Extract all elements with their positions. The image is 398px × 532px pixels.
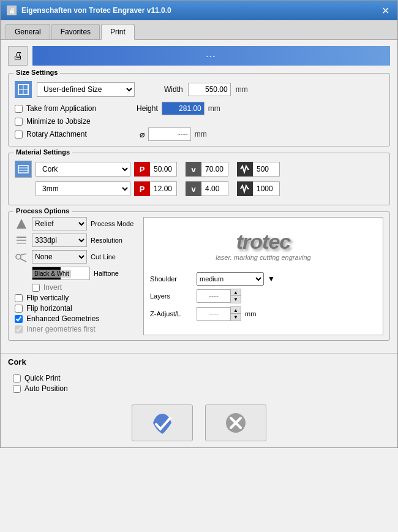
mode-icon	[15, 217, 28, 230]
diameter-unit: mm	[195, 130, 210, 139]
rotary-attachment-row: Rotary Attachment ⌀ mm	[15, 127, 383, 141]
bottom-options: Quick Print Auto Position	[1, 370, 397, 398]
inner-geom-checkbox[interactable]	[15, 325, 23, 333]
rotary-attachment-checkbox[interactable]	[15, 131, 23, 139]
svg-line-11	[20, 259, 26, 262]
height-unit: mm	[208, 104, 223, 113]
cut-line-dropdown[interactable]: None	[32, 250, 87, 264]
halftone-value: Black & Whit	[32, 270, 71, 278]
auto-position-checkbox[interactable]	[13, 385, 21, 393]
cut-line-label: Cut Line	[91, 253, 116, 260]
tab-favorites[interactable]: Favorites	[51, 24, 100, 39]
power-value-2: 12.00	[150, 181, 177, 196]
cut-line-row: None Cut Line	[15, 250, 137, 264]
window-title: Eigenschaften von Trotec Engraver v11.0.…	[21, 6, 171, 15]
flip-h-row: Flip horizontal	[15, 304, 137, 313]
width-unit: mm	[236, 85, 251, 94]
tab-bar: General Favorites Print	[1, 20, 397, 40]
trotec-preview: trotec laser. marking cutting engraving	[216, 224, 311, 267]
diameter-input[interactable]	[148, 127, 191, 141]
zadjust-spinner: ▲ ▼	[197, 306, 241, 321]
resolution-dropdown[interactable]: 333dpi	[32, 234, 87, 247]
close-button[interactable]: ✕	[379, 4, 391, 17]
zadjust-row: Z-Adjust/L ▲ ▼ mm	[150, 306, 377, 321]
process-left: Relief Process Mode	[15, 217, 137, 335]
power-icon-2: P	[134, 181, 150, 196]
size-preset-row: User-defined Size Width mm	[15, 81, 383, 98]
take-from-application-checkbox[interactable]	[15, 105, 23, 113]
layers-down-btn[interactable]: ▼	[231, 296, 241, 303]
resolution-label: Resolution	[91, 237, 122, 244]
shoulder-dropdown[interactable]: medium	[197, 272, 264, 286]
size-preset-dropdown[interactable]: User-defined Size	[37, 82, 135, 97]
app-icon: 🖨	[7, 6, 17, 15]
ok-button[interactable]	[132, 405, 193, 441]
minimize-jobsize-checkbox[interactable]	[15, 118, 23, 126]
quick-print-row: Quick Print	[13, 374, 385, 382]
title-bar: 🖨 Eigenschaften von Trotec Engraver v11.…	[1, 1, 397, 20]
resolution-row: 333dpi Resolution	[15, 234, 137, 247]
svg-line-12	[21, 254, 26, 255]
preview-bar: 🖨 ---	[8, 46, 390, 66]
thickness-dropdown[interactable]: 3mm	[36, 181, 130, 196]
tab-print[interactable]: Print	[101, 24, 135, 40]
process-section-inner: Relief Process Mode	[15, 217, 383, 335]
quick-print-checkbox[interactable]	[13, 374, 21, 382]
freq-value-2: 1000	[253, 181, 280, 196]
process-right: trotec laser. marking cutting engraving …	[143, 217, 383, 335]
take-from-application-label: Take from Application	[26, 104, 96, 113]
halftone-label: Halftone	[94, 270, 119, 277]
bottom-buttons	[1, 398, 397, 447]
cut-line-icon	[15, 250, 28, 264]
mode-label: Process Mode	[91, 220, 133, 227]
shoulder-chevron: ▼	[268, 275, 275, 283]
freq-param-1: 500	[237, 162, 280, 177]
flip-h-checkbox[interactable]	[15, 305, 23, 313]
svg-marker-6	[17, 219, 26, 229]
freq-icon-1	[237, 162, 253, 177]
mode-dropdown[interactable]: Relief	[32, 217, 87, 230]
enhanced-row: Enhanced Geometries	[15, 314, 137, 323]
bottom-material-label: Cork	[1, 353, 397, 370]
size-settings-title: Size Settings	[13, 69, 60, 76]
material-dropdown[interactable]: Cork	[36, 162, 130, 177]
velocity-icon-2: v	[186, 181, 201, 196]
zadjust-down-btn[interactable]: ▼	[231, 314, 241, 321]
layers-spinner-btns: ▲ ▼	[230, 289, 241, 303]
flip-h-label: Flip horizontal	[26, 304, 72, 313]
content-area: 🖨 --- Size Settings Use	[1, 40, 397, 353]
material-row1: Cork P 50.00 v 70.00	[15, 161, 383, 178]
flip-v-checkbox[interactable]	[15, 294, 23, 302]
size-settings-content: User-defined Size Width mm Take from App…	[15, 81, 383, 141]
layers-up-btn[interactable]: ▲	[231, 289, 241, 296]
height-input[interactable]	[162, 102, 205, 115]
freq-value-1: 500	[253, 162, 280, 177]
height-label: Height	[137, 104, 158, 113]
enhanced-checkbox[interactable]	[15, 315, 23, 323]
halftone-dropdown[interactable]: Black & Whit	[32, 267, 90, 280]
title-bar-left: 🖨 Eigenschaften von Trotec Engraver v11.…	[7, 6, 171, 15]
trotec-logo-sub: laser. marking cutting engraving	[216, 254, 311, 261]
minimize-jobsize-label: Minimize to Jobsize	[26, 117, 91, 126]
material-settings-title: Material Settings	[13, 148, 72, 156]
invert-checkbox[interactable]	[32, 284, 40, 292]
size-settings-section: Size Settings User-defined Size Width	[8, 73, 390, 146]
process-options-title: Process Options	[13, 207, 72, 215]
width-input[interactable]	[188, 83, 231, 96]
velocity-param-2: v 4.00	[186, 181, 228, 196]
tab-general[interactable]: General	[6, 24, 50, 39]
take-from-application-row: Take from Application Height mm	[15, 102, 383, 115]
cancel-button[interactable]	[205, 405, 266, 441]
material-row2: 3mm P 12.00 v 4.00	[15, 181, 383, 196]
zadjust-up-btn[interactable]: ▲	[231, 307, 241, 314]
layers-input[interactable]	[197, 289, 230, 303]
inner-geom-row: Inner geometries first	[15, 325, 137, 333]
zadjust-input[interactable]	[197, 307, 230, 321]
inner-geom-label: Inner geometries first	[26, 325, 96, 333]
velocity-value-1: 70.00	[201, 162, 228, 177]
material-settings-content: Cork P 50.00 v 70.00	[15, 161, 383, 196]
shoulder-label: Shoulder	[150, 275, 193, 283]
diameter-symbol: ⌀	[140, 129, 145, 139]
flip-v-label: Flip vertically	[26, 294, 69, 302]
flip-v-row: Flip vertically	[15, 294, 137, 302]
